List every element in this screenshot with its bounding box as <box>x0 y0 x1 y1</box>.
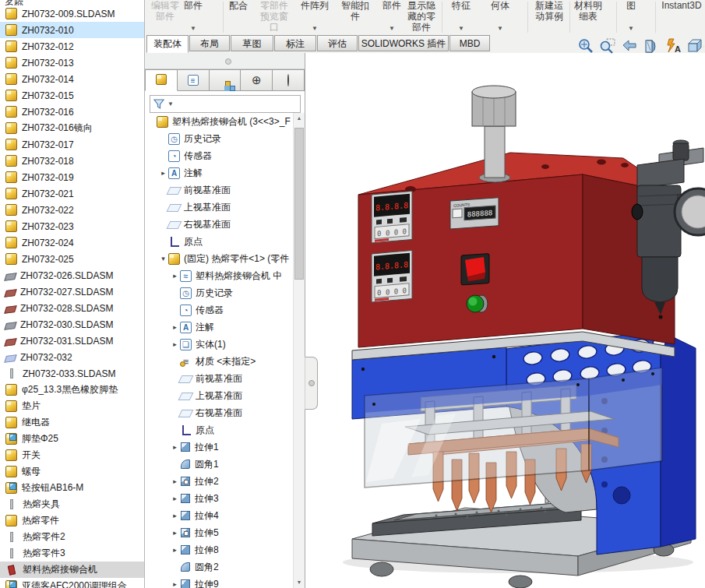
air-filter-regulator[interactable] <box>632 140 705 319</box>
file-list-item[interactable]: ZH0732-033.SLDASM <box>0 365 144 382</box>
graphics-viewport[interactable]: 8.8.8.8 0 0 0 0 8.8.8.8 0 0 0 0 COUNTS <box>305 53 705 588</box>
ribbon-button-component-pattern[interactable]: 件阵列▼ <box>301 0 329 11</box>
file-list-item[interactable]: 热熔零件2 <box>0 529 144 545</box>
tree-item[interactable]: 右视基准面 <box>145 404 294 421</box>
ribbon-button-move-component[interactable]: 部件▼ <box>382 0 401 11</box>
tree-item[interactable]: ▸拉伸2 <box>145 473 294 490</box>
tree-item[interactable]: ▸拉伸3 <box>145 490 294 507</box>
tab-assembly[interactable]: 装配体 <box>146 35 189 53</box>
dropdown-caret-icon[interactable]: ▼ <box>628 23 634 34</box>
ribbon-button-bill-of-materials[interactable]: 材料明细表 <box>574 0 602 22</box>
expand-arrow-icon[interactable]: ▸ <box>170 443 180 451</box>
tree-item[interactable]: 前视基准面 <box>145 370 294 387</box>
file-list-item[interactable]: ZH0732-025 <box>0 251 144 267</box>
expand-arrow-icon[interactable]: ▸ <box>170 477 180 485</box>
dropdown-caret-icon[interactable]: ▼ <box>389 23 395 34</box>
panel-tab-dimxpert-manager[interactable]: ⊕ <box>241 69 273 91</box>
panel-tab-display-manager[interactable] <box>273 69 305 91</box>
tree-item[interactable]: 材质 <未指定> <box>145 353 294 370</box>
ribbon-button-new-motion-study[interactable]: 新建运动算例 <box>535 0 563 22</box>
ribbon-button-reference-geometry[interactable]: 何体▼ <box>491 0 509 11</box>
file-list-item[interactable]: 轻按钮AB16-M <box>0 480 144 496</box>
section-view-icon[interactable] <box>642 37 661 55</box>
file-list-item[interactable]: ZH0732-019 <box>0 169 144 185</box>
file-list-item[interactable]: ZH0732-031.SLDASM <box>0 333 144 349</box>
dropdown-caret-icon[interactable]: ▼ <box>458 23 464 34</box>
tree-item[interactable]: 圆角1 <box>145 456 294 473</box>
file-list-item[interactable]: ZH0732-013 <box>0 55 144 71</box>
scroll-up-icon[interactable]: ▲ <box>294 113 305 124</box>
tree-item[interactable]: 历史记录 <box>145 284 294 301</box>
expand-arrow-icon[interactable]: ▸ <box>170 323 180 331</box>
file-list-item[interactable]: ZH0732-015 <box>0 87 144 104</box>
tree-item[interactable]: 原点 <box>145 421 294 438</box>
tree-filter[interactable]: ▼ <box>150 95 301 113</box>
file-list-item[interactable]: ZH0732-014 <box>0 71 144 87</box>
expand-arrow-icon[interactable]: ▸ <box>170 546 180 554</box>
tree-item[interactable]: 前视基准面 <box>145 181 294 199</box>
file-list-item[interactable]: 热熔零件 <box>0 512 144 529</box>
tree-item[interactable]: ▸拉伸8 <box>145 541 294 558</box>
ribbon-button-exploded-view[interactable]: 图▼ <box>626 0 636 11</box>
tree-item[interactable]: 传感器 <box>145 147 294 164</box>
panel-tab-feature-manager[interactable] <box>145 69 178 91</box>
tree-item[interactable]: ▸注解 <box>145 319 294 336</box>
dropdown-caret-icon[interactable]: ▼ <box>312 23 318 34</box>
panel-tab-configuration-manager[interactable] <box>210 69 241 91</box>
file-list-item[interactable]: φ25_13.3黑色橡胶脚垫 <box>0 382 144 398</box>
file-list-item[interactable]: ZH0732-024 <box>0 234 144 251</box>
file-list-item[interactable]: 热熔夹具 <box>0 496 144 512</box>
file-list-item[interactable]: ZH0732-028.SLDASM <box>0 300 144 316</box>
tree-item[interactable]: 传感器 <box>145 301 294 319</box>
expand-arrow-icon[interactable]: ▸ <box>170 495 180 502</box>
machine-3d-model[interactable]: 8.8.8.8 0 0 0 0 8.8.8.8 0 0 0 0 COUNTS <box>305 53 705 588</box>
file-list-item[interactable]: ZH0732-030.SLDASM <box>0 316 144 333</box>
counter-display[interactable]: COUNTS 888888 <box>450 198 499 229</box>
file-list-item[interactable]: ZH0732-018 <box>0 153 144 169</box>
file-list-item[interactable]: ZH0732-032 <box>0 349 144 365</box>
expand-arrow-icon[interactable]: ▸ <box>170 340 180 348</box>
tab-markup[interactable]: 标注 <box>274 35 316 51</box>
file-list-item[interactable]: ZH0732-016镜向 <box>0 120 144 136</box>
annotation-visibility-icon[interactable]: A <box>664 37 682 55</box>
view-orientation-icon[interactable]: ▼ <box>686 37 704 55</box>
tree-item[interactable]: 历史记录 <box>145 130 294 147</box>
ribbon-button-assembly-features[interactable]: 特征▼ <box>452 0 471 11</box>
tree-item[interactable]: ▸实体(1) <box>145 336 294 353</box>
zoom-fit-icon[interactable] <box>576 37 595 55</box>
tree-scrollbar[interactable]: ▲ ▼ <box>293 113 305 588</box>
expand-arrow-icon[interactable]: ▸ <box>170 512 180 519</box>
file-list-item[interactable]: 塑料热熔接铆合机 <box>0 562 144 578</box>
red-head[interactable] <box>358 153 675 347</box>
tab-addins[interactable]: SOLIDWORKS 插件 <box>358 35 449 51</box>
file-list-item[interactable]: ZH0732-026.SLDASM <box>0 267 144 283</box>
tree-item[interactable]: 上视基准面 <box>145 199 294 216</box>
dropdown-caret-icon[interactable]: ▼ <box>497 23 503 34</box>
tab-mbd[interactable]: MBD <box>449 35 490 51</box>
dropdown-caret-icon[interactable]: ▼ <box>190 23 196 34</box>
panel-collapse-handle[interactable] <box>305 357 318 410</box>
tree-item[interactable]: 右视基准面 <box>145 216 294 233</box>
file-list-item[interactable]: ZH0732-027.SLDASM <box>0 283 144 300</box>
green-push-button[interactable] <box>467 295 488 312</box>
file-list-item[interactable]: ZH0732-017 <box>0 136 144 153</box>
tree-item[interactable]: ▸拉伸9 <box>145 576 294 588</box>
ribbon-button-smart-fasteners[interactable]: 智能扣件 <box>341 0 369 22</box>
tree-item[interactable]: 上视基准面 <box>145 387 294 404</box>
tree-item[interactable]: ▸注解 <box>145 164 294 181</box>
expand-arrow-icon[interactable]: ▸ <box>170 580 180 588</box>
tab-evaluate[interactable]: 评估 <box>317 35 358 51</box>
file-list-item[interactable]: ZH0732-010 <box>0 22 144 38</box>
file-list-item[interactable]: ZH0732-012 <box>0 38 144 55</box>
expand-arrow-icon[interactable]: ▸ <box>158 169 168 177</box>
panel-splitter[interactable] <box>145 53 305 69</box>
file-list-item[interactable]: 开关 <box>0 447 144 463</box>
previous-view-icon[interactable] <box>620 37 639 55</box>
tree-item[interactable]: ▸拉伸1 <box>145 438 294 456</box>
zoom-area-icon[interactable] <box>598 37 617 55</box>
expand-arrow-icon[interactable]: ▸ <box>170 529 180 537</box>
file-list-item[interactable]: ZH0732-016 <box>0 104 144 120</box>
file-list-item[interactable]: 螺母 <box>0 463 144 480</box>
temperature-controller-2[interactable]: 8.8.8.8 0 0 0 0 <box>372 250 412 302</box>
scrollbar-thumb[interactable] <box>294 128 304 280</box>
